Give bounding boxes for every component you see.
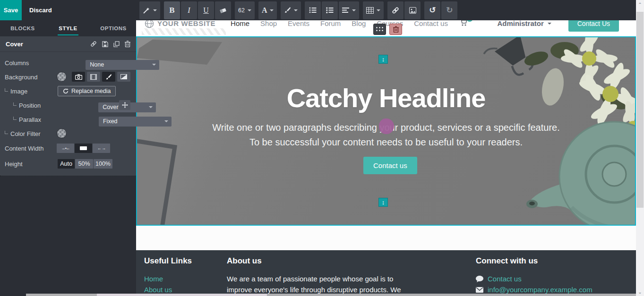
font-color-icon: A bbox=[262, 6, 267, 15]
insert-media-button[interactable] bbox=[404, 1, 421, 19]
chevron-down-icon bbox=[248, 9, 251, 11]
table-dropdown[interactable] bbox=[363, 1, 384, 19]
insert-link-button[interactable] bbox=[387, 1, 404, 19]
hero-headline[interactable]: Catchy Headline bbox=[137, 83, 635, 113]
remove-section-button[interactable] bbox=[389, 24, 402, 35]
footer-contact-link[interactable]: Contact us bbox=[488, 273, 522, 284]
parallax-select[interactable]: Fixed bbox=[99, 117, 172, 127]
editor-sidebar: BLOCKS STYLE OPTIONS Cover Columns None bbox=[0, 20, 136, 296]
sub-option-corner bbox=[13, 102, 17, 106]
color-filter-swatch[interactable] bbox=[57, 128, 67, 138]
chevron-down-icon bbox=[270, 9, 274, 11]
delete-snippet-icon[interactable] bbox=[125, 41, 130, 47]
table-icon bbox=[366, 7, 374, 14]
text-format-toolbar: B I U 62 A bbox=[139, 0, 461, 20]
eraser-icon bbox=[219, 7, 227, 14]
ai-wand-button[interactable] bbox=[139, 1, 160, 19]
remove-format-button[interactable] bbox=[215, 1, 231, 19]
height-100-button[interactable]: 100% bbox=[94, 159, 112, 169]
tab-blocks[interactable]: BLOCKS bbox=[0, 20, 45, 36]
brand-name: YOUR WEBSITE bbox=[157, 19, 215, 27]
footer-about: About us We are a team of passionate peo… bbox=[227, 256, 409, 295]
sub-option-corner bbox=[5, 131, 8, 134]
content-width-label: Content Width bbox=[5, 145, 43, 152]
background-filter-button[interactable] bbox=[117, 72, 130, 82]
nav-item-blog[interactable]: Blog bbox=[352, 19, 366, 27]
nav-item-events[interactable]: Events bbox=[288, 19, 309, 27]
horizontal-scrollbar-thumb[interactable] bbox=[97, 294, 267, 296]
clone-icon[interactable] bbox=[113, 41, 120, 47]
envelope-icon bbox=[476, 287, 483, 293]
background-video-button[interactable] bbox=[87, 72, 100, 82]
chevron-down-icon bbox=[152, 64, 156, 66]
font-color-dropdown[interactable]: A bbox=[258, 1, 277, 19]
height-label: Height bbox=[5, 161, 23, 168]
content-width-regular-button[interactable] bbox=[75, 144, 92, 153]
discard-button[interactable]: Discard bbox=[29, 0, 52, 20]
background-label: Background bbox=[5, 74, 37, 81]
editor-toolbar: Save Discard B I U 62 bbox=[0, 0, 636, 20]
save-snippet-icon[interactable] bbox=[102, 41, 108, 47]
bullet-list-button[interactable] bbox=[305, 1, 321, 19]
resize-handle-bottom[interactable]: ↕ bbox=[378, 198, 388, 207]
cover-section[interactable]: ↕ Catchy Headline Write one or two parag… bbox=[136, 36, 636, 226]
background-color-swatch[interactable] bbox=[57, 72, 67, 82]
columns-select[interactable]: None bbox=[86, 60, 159, 70]
footer-link-home[interactable]: Home bbox=[144, 273, 192, 284]
underline-button[interactable]: U bbox=[198, 1, 214, 19]
bold-button[interactable]: B bbox=[164, 1, 180, 19]
scroll-down-arrow[interactable]: ⌄ bbox=[636, 288, 644, 296]
background-image-button[interactable] bbox=[72, 72, 85, 82]
hero-contact-button[interactable]: Contact us bbox=[363, 157, 417, 174]
vertical-scrollbar[interactable]: ⌃ ⌄ bbox=[636, 0, 644, 296]
chevron-down-icon bbox=[149, 106, 153, 108]
camera-icon bbox=[75, 74, 82, 80]
crosshair-icon bbox=[122, 102, 128, 108]
drag-grid-icon bbox=[376, 27, 384, 32]
parallax-value: Fixed bbox=[103, 118, 118, 125]
resize-handle-top[interactable]: ↕ bbox=[378, 55, 388, 64]
content-width-small-button[interactable]: →▪← bbox=[57, 144, 74, 153]
magic-wand-icon bbox=[143, 7, 150, 14]
highlight-color-dropdown[interactable] bbox=[281, 1, 301, 19]
website-footer: Useful Links Home About us About us We a… bbox=[136, 250, 636, 296]
user-menu[interactable]: Administrator bbox=[497, 19, 551, 27]
nav-item-forum[interactable]: Forum bbox=[320, 19, 341, 27]
nav-item-home[interactable]: Home bbox=[231, 19, 249, 27]
paintbrush-icon bbox=[284, 7, 291, 14]
chevron-down-icon bbox=[294, 9, 298, 11]
footer-connect: Connect with us Contact us info@yourcomp… bbox=[476, 256, 592, 295]
anchor-link-icon[interactable] bbox=[90, 41, 97, 47]
tab-style[interactable]: STYLE bbox=[45, 20, 91, 36]
save-button[interactable]: Save bbox=[0, 0, 22, 20]
footer-column-title: Connect with us bbox=[476, 256, 592, 266]
align-dropdown[interactable] bbox=[339, 1, 359, 19]
numbered-list-button[interactable] bbox=[322, 1, 338, 19]
page-blank-section bbox=[136, 226, 636, 250]
sidebar-tabs: BLOCKS STYLE OPTIONS bbox=[0, 20, 136, 36]
image-label: Image bbox=[10, 88, 27, 95]
position-crosshair-button[interactable] bbox=[119, 100, 130, 110]
height-auto-button[interactable]: Auto bbox=[58, 159, 75, 169]
horizontal-scrollbar[interactable] bbox=[26, 294, 636, 296]
italic-button[interactable]: I bbox=[181, 1, 197, 19]
trash-icon bbox=[393, 26, 399, 33]
refresh-icon bbox=[63, 88, 69, 94]
redo-button[interactable]: ↻ bbox=[441, 1, 457, 19]
footer-useful-links: Useful Links Home About us bbox=[144, 256, 192, 295]
content-width-full-button[interactable]: ← → bbox=[93, 144, 110, 153]
font-size-value: 62 bbox=[238, 7, 245, 14]
replace-media-button[interactable]: Replace media bbox=[58, 86, 116, 96]
nav-item-shop[interactable]: Shop bbox=[260, 19, 277, 27]
vertical-scrollbar-thumb[interactable] bbox=[636, 12, 644, 208]
background-shape-button[interactable] bbox=[102, 72, 115, 82]
height-50-button[interactable]: 50% bbox=[75, 159, 93, 169]
tab-options[interactable]: OPTIONS bbox=[91, 20, 136, 36]
undo-button[interactable]: ↺ bbox=[424, 1, 440, 19]
chevron-down-icon bbox=[548, 23, 551, 25]
chevron-down-icon bbox=[164, 120, 168, 122]
nav-item-contact[interactable]: Contact us bbox=[414, 19, 448, 27]
scroll-up-arrow[interactable]: ⌃ bbox=[636, 0, 644, 8]
drag-section-button[interactable] bbox=[373, 24, 386, 35]
font-size-dropdown[interactable]: 62 bbox=[235, 1, 255, 19]
